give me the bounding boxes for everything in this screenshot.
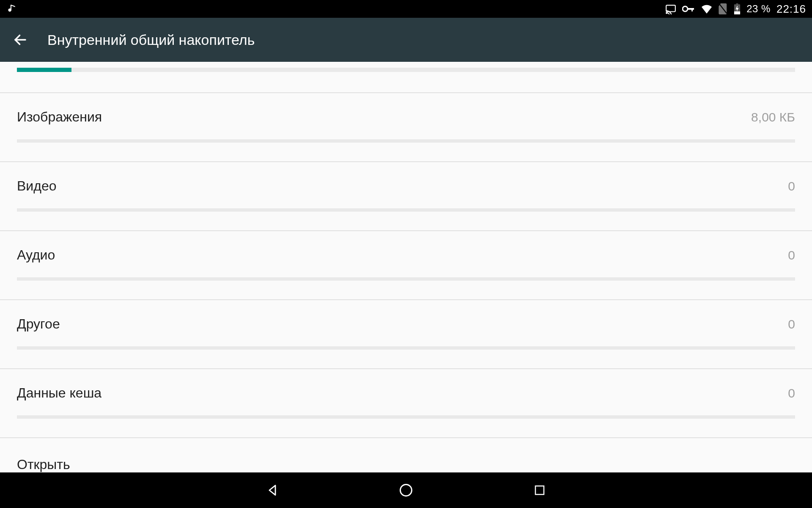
category-bar	[17, 277, 795, 281]
category-value: 0	[788, 317, 795, 331]
category-value: 8,00 КБ	[751, 110, 795, 124]
battery-charging-icon	[734, 3, 741, 14]
content-area: Изображения 8,00 КБ Видео 0 Аудио 0 Друг…	[0, 62, 812, 472]
svg-rect-3	[687, 8, 694, 10]
svg-rect-7	[736, 3, 738, 5]
category-value: 0	[788, 179, 795, 193]
navigation-bar	[0, 472, 812, 508]
category-label: Другое	[17, 316, 60, 332]
svg-point-1	[666, 13, 667, 14]
battery-percentage: 23 %	[746, 3, 771, 15]
svg-rect-8	[734, 11, 740, 14]
svg-rect-4	[691, 8, 693, 11]
cast-icon	[665, 3, 676, 14]
category-bar	[17, 139, 795, 143]
clock: 22:16	[776, 3, 806, 16]
category-value: 0	[788, 248, 795, 262]
category-label: Видео	[17, 178, 56, 194]
category-label: Данные кеша	[17, 385, 102, 401]
back-button[interactable]	[10, 30, 30, 50]
svg-point-10	[401, 485, 412, 496]
category-label: Изображения	[17, 109, 102, 125]
category-bar	[17, 208, 795, 212]
category-bar	[17, 346, 795, 350]
open-explorer-button[interactable]: Открыть	[0, 438, 812, 472]
category-value: 0	[788, 386, 795, 400]
nav-home-button[interactable]	[394, 478, 418, 502]
nav-back-button[interactable]	[261, 478, 284, 502]
no-sim-icon	[719, 3, 728, 14]
svg-rect-11	[535, 486, 544, 494]
storage-category-other[interactable]: Другое 0	[0, 300, 812, 369]
page-title: Внутренний общий накопитель	[47, 32, 255, 48]
storage-category-video[interactable]: Видео 0	[0, 162, 812, 231]
vpn-key-icon	[682, 5, 695, 13]
open-label: Открыть	[17, 457, 70, 472]
storage-category-cache[interactable]: Данные кеша 0	[0, 369, 812, 438]
category-bar	[17, 415, 795, 419]
wifi-icon	[701, 4, 713, 14]
storage-category-images[interactable]: Изображения 8,00 КБ	[0, 93, 812, 162]
storage-category-audio[interactable]: Аудио 0	[0, 231, 812, 300]
app-bar: Внутренний общий накопитель	[0, 18, 812, 62]
category-label: Аудио	[17, 247, 55, 263]
svg-point-2	[683, 6, 688, 11]
overall-usage-bar	[0, 68, 812, 72]
status-bar: 23 % 22:16	[0, 0, 812, 18]
nav-recents-button[interactable]	[528, 478, 551, 502]
music-icon	[6, 3, 17, 14]
